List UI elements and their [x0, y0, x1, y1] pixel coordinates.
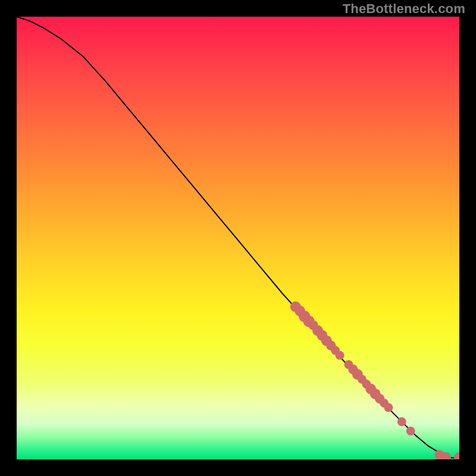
data-point	[336, 351, 345, 360]
watermark-text: TheBottleneck.com	[343, 1, 465, 17]
data-points	[290, 301, 459, 459]
data-point	[406, 427, 415, 436]
chart-plot-area	[17, 17, 459, 459]
data-point	[454, 452, 459, 459]
bottleneck-curve	[17, 17, 459, 459]
chart-frame: TheBottleneck.com	[0, 0, 476, 476]
data-point	[397, 417, 406, 426]
chart-svg	[17, 17, 459, 459]
data-point	[384, 403, 393, 412]
